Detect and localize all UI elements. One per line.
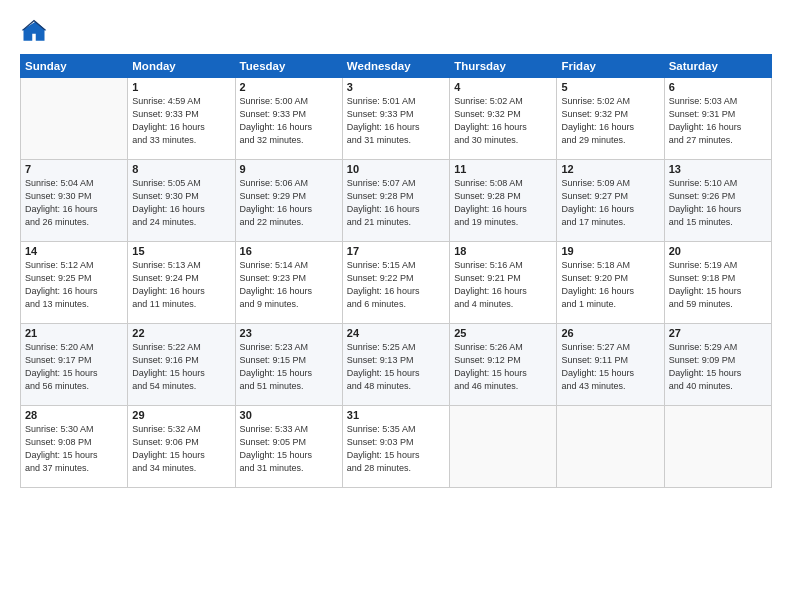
day-info: Sunrise: 5:27 AM Sunset: 9:11 PM Dayligh… bbox=[561, 341, 659, 393]
day-cell: 23Sunrise: 5:23 AM Sunset: 9:15 PM Dayli… bbox=[235, 324, 342, 406]
day-number: 30 bbox=[240, 409, 338, 421]
day-cell: 6Sunrise: 5:03 AM Sunset: 9:31 PM Daylig… bbox=[664, 78, 771, 160]
day-cell: 16Sunrise: 5:14 AM Sunset: 9:23 PM Dayli… bbox=[235, 242, 342, 324]
day-cell: 27Sunrise: 5:29 AM Sunset: 9:09 PM Dayli… bbox=[664, 324, 771, 406]
day-info: Sunrise: 5:18 AM Sunset: 9:20 PM Dayligh… bbox=[561, 259, 659, 311]
day-info: Sunrise: 5:22 AM Sunset: 9:16 PM Dayligh… bbox=[132, 341, 230, 393]
day-info: Sunrise: 5:35 AM Sunset: 9:03 PM Dayligh… bbox=[347, 423, 445, 475]
day-cell: 29Sunrise: 5:32 AM Sunset: 9:06 PM Dayli… bbox=[128, 406, 235, 488]
day-info: Sunrise: 5:25 AM Sunset: 9:13 PM Dayligh… bbox=[347, 341, 445, 393]
week-row-4: 21Sunrise: 5:20 AM Sunset: 9:17 PM Dayli… bbox=[21, 324, 772, 406]
day-info: Sunrise: 5:23 AM Sunset: 9:15 PM Dayligh… bbox=[240, 341, 338, 393]
day-number: 7 bbox=[25, 163, 123, 175]
day-number: 18 bbox=[454, 245, 552, 257]
day-cell: 2Sunrise: 5:00 AM Sunset: 9:33 PM Daylig… bbox=[235, 78, 342, 160]
day-cell: 30Sunrise: 5:33 AM Sunset: 9:05 PM Dayli… bbox=[235, 406, 342, 488]
day-cell: 14Sunrise: 5:12 AM Sunset: 9:25 PM Dayli… bbox=[21, 242, 128, 324]
day-number: 23 bbox=[240, 327, 338, 339]
header-cell-thursday: Thursday bbox=[450, 55, 557, 78]
day-number: 11 bbox=[454, 163, 552, 175]
day-cell: 28Sunrise: 5:30 AM Sunset: 9:08 PM Dayli… bbox=[21, 406, 128, 488]
day-info: Sunrise: 5:15 AM Sunset: 9:22 PM Dayligh… bbox=[347, 259, 445, 311]
header-cell-tuesday: Tuesday bbox=[235, 55, 342, 78]
day-cell: 7Sunrise: 5:04 AM Sunset: 9:30 PM Daylig… bbox=[21, 160, 128, 242]
day-cell bbox=[21, 78, 128, 160]
day-cell: 31Sunrise: 5:35 AM Sunset: 9:03 PM Dayli… bbox=[342, 406, 449, 488]
day-cell: 1Sunrise: 4:59 AM Sunset: 9:33 PM Daylig… bbox=[128, 78, 235, 160]
day-number: 24 bbox=[347, 327, 445, 339]
day-cell bbox=[450, 406, 557, 488]
day-info: Sunrise: 5:01 AM Sunset: 9:33 PM Dayligh… bbox=[347, 95, 445, 147]
day-info: Sunrise: 5:00 AM Sunset: 9:33 PM Dayligh… bbox=[240, 95, 338, 147]
day-cell: 8Sunrise: 5:05 AM Sunset: 9:30 PM Daylig… bbox=[128, 160, 235, 242]
week-row-1: 1Sunrise: 4:59 AM Sunset: 9:33 PM Daylig… bbox=[21, 78, 772, 160]
day-info: Sunrise: 5:03 AM Sunset: 9:31 PM Dayligh… bbox=[669, 95, 767, 147]
day-info: Sunrise: 5:19 AM Sunset: 9:18 PM Dayligh… bbox=[669, 259, 767, 311]
calendar-page: SundayMondayTuesdayWednesdayThursdayFrid… bbox=[0, 0, 792, 612]
day-number: 8 bbox=[132, 163, 230, 175]
header-cell-sunday: Sunday bbox=[21, 55, 128, 78]
day-info: Sunrise: 5:33 AM Sunset: 9:05 PM Dayligh… bbox=[240, 423, 338, 475]
header-cell-monday: Monday bbox=[128, 55, 235, 78]
week-row-5: 28Sunrise: 5:30 AM Sunset: 9:08 PM Dayli… bbox=[21, 406, 772, 488]
day-info: Sunrise: 5:13 AM Sunset: 9:24 PM Dayligh… bbox=[132, 259, 230, 311]
week-row-3: 14Sunrise: 5:12 AM Sunset: 9:25 PM Dayli… bbox=[21, 242, 772, 324]
day-cell: 4Sunrise: 5:02 AM Sunset: 9:32 PM Daylig… bbox=[450, 78, 557, 160]
day-number: 20 bbox=[669, 245, 767, 257]
day-cell: 12Sunrise: 5:09 AM Sunset: 9:27 PM Dayli… bbox=[557, 160, 664, 242]
day-number: 21 bbox=[25, 327, 123, 339]
day-info: Sunrise: 5:08 AM Sunset: 9:28 PM Dayligh… bbox=[454, 177, 552, 229]
svg-marker-0 bbox=[22, 22, 47, 41]
day-info: Sunrise: 5:16 AM Sunset: 9:21 PM Dayligh… bbox=[454, 259, 552, 311]
day-number: 13 bbox=[669, 163, 767, 175]
day-info: Sunrise: 5:06 AM Sunset: 9:29 PM Dayligh… bbox=[240, 177, 338, 229]
day-cell: 3Sunrise: 5:01 AM Sunset: 9:33 PM Daylig… bbox=[342, 78, 449, 160]
day-info: Sunrise: 5:12 AM Sunset: 9:25 PM Dayligh… bbox=[25, 259, 123, 311]
day-info: Sunrise: 5:29 AM Sunset: 9:09 PM Dayligh… bbox=[669, 341, 767, 393]
day-number: 31 bbox=[347, 409, 445, 421]
day-cell: 25Sunrise: 5:26 AM Sunset: 9:12 PM Dayli… bbox=[450, 324, 557, 406]
day-cell: 11Sunrise: 5:08 AM Sunset: 9:28 PM Dayli… bbox=[450, 160, 557, 242]
day-number: 4 bbox=[454, 81, 552, 93]
day-number: 1 bbox=[132, 81, 230, 93]
day-number: 9 bbox=[240, 163, 338, 175]
day-info: Sunrise: 5:02 AM Sunset: 9:32 PM Dayligh… bbox=[454, 95, 552, 147]
week-row-2: 7Sunrise: 5:04 AM Sunset: 9:30 PM Daylig… bbox=[21, 160, 772, 242]
day-info: Sunrise: 5:10 AM Sunset: 9:26 PM Dayligh… bbox=[669, 177, 767, 229]
header-row: SundayMondayTuesdayWednesdayThursdayFrid… bbox=[21, 55, 772, 78]
day-number: 27 bbox=[669, 327, 767, 339]
day-cell: 10Sunrise: 5:07 AM Sunset: 9:28 PM Dayli… bbox=[342, 160, 449, 242]
calendar-table: SundayMondayTuesdayWednesdayThursdayFrid… bbox=[20, 54, 772, 488]
day-info: Sunrise: 5:26 AM Sunset: 9:12 PM Dayligh… bbox=[454, 341, 552, 393]
day-info: Sunrise: 5:20 AM Sunset: 9:17 PM Dayligh… bbox=[25, 341, 123, 393]
day-number: 5 bbox=[561, 81, 659, 93]
day-info: Sunrise: 5:02 AM Sunset: 9:32 PM Dayligh… bbox=[561, 95, 659, 147]
day-cell bbox=[664, 406, 771, 488]
day-cell: 5Sunrise: 5:02 AM Sunset: 9:32 PM Daylig… bbox=[557, 78, 664, 160]
day-number: 22 bbox=[132, 327, 230, 339]
header bbox=[20, 18, 772, 46]
day-info: Sunrise: 5:09 AM Sunset: 9:27 PM Dayligh… bbox=[561, 177, 659, 229]
day-number: 26 bbox=[561, 327, 659, 339]
day-info: Sunrise: 5:04 AM Sunset: 9:30 PM Dayligh… bbox=[25, 177, 123, 229]
day-number: 6 bbox=[669, 81, 767, 93]
day-cell: 21Sunrise: 5:20 AM Sunset: 9:17 PM Dayli… bbox=[21, 324, 128, 406]
day-number: 28 bbox=[25, 409, 123, 421]
day-cell: 18Sunrise: 5:16 AM Sunset: 9:21 PM Dayli… bbox=[450, 242, 557, 324]
header-cell-saturday: Saturday bbox=[664, 55, 771, 78]
logo bbox=[20, 18, 52, 46]
day-number: 14 bbox=[25, 245, 123, 257]
header-cell-friday: Friday bbox=[557, 55, 664, 78]
day-info: Sunrise: 5:05 AM Sunset: 9:30 PM Dayligh… bbox=[132, 177, 230, 229]
day-number: 16 bbox=[240, 245, 338, 257]
day-cell: 15Sunrise: 5:13 AM Sunset: 9:24 PM Dayli… bbox=[128, 242, 235, 324]
day-number: 29 bbox=[132, 409, 230, 421]
day-info: Sunrise: 5:32 AM Sunset: 9:06 PM Dayligh… bbox=[132, 423, 230, 475]
day-info: Sunrise: 4:59 AM Sunset: 9:33 PM Dayligh… bbox=[132, 95, 230, 147]
day-number: 10 bbox=[347, 163, 445, 175]
day-cell: 13Sunrise: 5:10 AM Sunset: 9:26 PM Dayli… bbox=[664, 160, 771, 242]
day-number: 15 bbox=[132, 245, 230, 257]
day-cell: 26Sunrise: 5:27 AM Sunset: 9:11 PM Dayli… bbox=[557, 324, 664, 406]
day-cell: 24Sunrise: 5:25 AM Sunset: 9:13 PM Dayli… bbox=[342, 324, 449, 406]
day-number: 25 bbox=[454, 327, 552, 339]
